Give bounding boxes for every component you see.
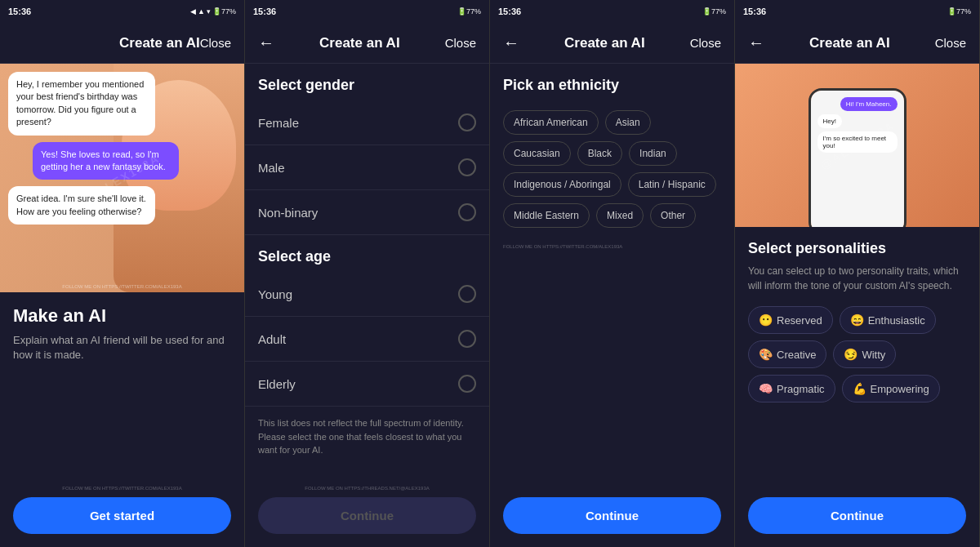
chip-creative[interactable]: 🎨 Creative [748, 340, 826, 368]
wifi-icon: ▾ [207, 7, 211, 16]
ethnicity-chips-container: African American Asian Caucasian Black I… [490, 100, 734, 238]
witty-label: Witty [862, 349, 885, 361]
reserved-label: Reserved [777, 314, 822, 327]
reserved-emoji: 😶 [759, 314, 773, 327]
nav-title-4: Create an AI [809, 35, 890, 51]
chip-asian[interactable]: Asian [605, 110, 651, 135]
notice-text: This list does not reflect the full spec… [245, 407, 489, 467]
chip-other[interactable]: Other [650, 203, 696, 228]
panel1-content: @ALEX193A Hey, I remember you mentioned … [0, 64, 244, 476]
chip-enthusiastic[interactable]: 😄 Enthusiastic [840, 306, 936, 334]
continue-button-3[interactable]: Continue [503, 497, 721, 534]
chip-black[interactable]: Black [577, 141, 622, 166]
chat-bubbles-container: Hey, I remember you mentioned your best … [8, 72, 179, 225]
footer-watermark-1: FOLLOW ME ON HTTPS://TWITTER.COM/ALEX193… [13, 486, 231, 491]
top-nav-4: ← Create an AI Close [735, 23, 979, 64]
panel4-content: @ALEX193A Hi! I'm Maheen. Hey! I'm so ex… [735, 64, 979, 487]
chip-pragmatic[interactable]: 🧠 Pragmatic [748, 375, 835, 402]
battery-icon-3: 🔋77% [702, 7, 726, 16]
status-icons-1: ◀ ▲ ▾ 🔋77% [190, 7, 236, 16]
signal-icon: ▲ [198, 7, 205, 16]
chip-empowering[interactable]: 💪 Empowering [842, 375, 940, 402]
chip-mixed[interactable]: Mixed [596, 203, 644, 228]
close-button-2[interactable]: Close [445, 36, 476, 50]
status-time-3: 15:36 [498, 7, 521, 16]
personalities-section-desc: You can select up to two personality tra… [735, 264, 979, 300]
gender-section-title: Select gender [245, 64, 489, 100]
back-button-2[interactable]: ← [258, 33, 274, 52]
chip-reserved[interactable]: 😶 Reserved [748, 306, 833, 334]
status-icons-3: 🔋77% [702, 7, 726, 16]
chip-indian[interactable]: Indian [629, 141, 677, 166]
top-nav-3: ← Create an AI Close [490, 23, 734, 64]
chip-caucasian[interactable]: Caucasian [503, 141, 571, 166]
panel2-footer: FOLLOW ME ON HTTPS://THREADS.NET/@ALEX19… [245, 476, 489, 547]
gender-male-label: Male [258, 161, 285, 175]
status-icons-4: 🔋77% [947, 7, 971, 16]
panel2-content: Select gender Female Male Non-binary Sel… [245, 64, 489, 476]
age-adult-radio[interactable] [458, 330, 476, 348]
preview-chat: Hi! I'm Maheen. Hey! I'm so excited to m… [811, 91, 904, 227]
panel-make-ai: 15:36 ◀ ▲ ▾ 🔋77% Create an AI Close @ALE… [0, 0, 245, 547]
empowering-label: Empowering [871, 383, 929, 395]
age-young-label: Young [258, 287, 292, 301]
personalities-section-title: Select personalities [735, 227, 979, 264]
battery-icon: 🔋77% [212, 7, 236, 16]
watermark-1: FOLLOW ME ON HTTPS://TWITTER.COM/ALEX193… [62, 284, 181, 289]
chip-middle-eastern[interactable]: Middle Eastern [503, 203, 590, 228]
status-bar-1: 15:36 ◀ ▲ ▾ 🔋77% [0, 0, 244, 23]
chip-indigenous[interactable]: Indigenous / Aboringal [503, 172, 621, 197]
age-option-young[interactable]: Young [245, 272, 489, 317]
gender-option-male[interactable]: Male [245, 145, 489, 190]
gender-male-radio[interactable] [458, 158, 476, 176]
panel4-footer: Continue [735, 487, 979, 547]
continue-button-4[interactable]: Continue [748, 497, 966, 534]
preview-bubble-left-1: Hey! [817, 114, 842, 128]
witty-emoji: 😏 [844, 348, 858, 361]
preview-phone-mock: Hi! I'm Maheen. Hey! I'm so excited to m… [808, 88, 906, 227]
chip-latin[interactable]: Latin / Hispanic [628, 172, 716, 197]
panel1-subtitle: Explain what an AI friend will be used f… [13, 333, 231, 362]
panel1-image: @ALEX193A Hey, I remember you mentioned … [0, 64, 244, 292]
age-adult-label: Adult [258, 332, 286, 346]
chip-witty[interactable]: 😏 Witty [833, 340, 896, 368]
nav-title-2: Create an AI [319, 35, 400, 51]
close-button-4[interactable]: Close [935, 36, 966, 50]
panel1-footer: FOLLOW ME ON HTTPS://TWITTER.COM/ALEX193… [0, 476, 244, 547]
creative-emoji: 🎨 [759, 348, 773, 361]
age-elderly-label: Elderly [258, 377, 296, 391]
empowering-emoji: 💪 [853, 382, 866, 395]
age-section-title: Select age [245, 235, 489, 272]
back-button-4[interactable]: ← [748, 33, 764, 52]
gender-option-nonbinary[interactable]: Non-binary [245, 190, 489, 235]
personality-chips-container: 😶 Reserved 😄 Enthusiastic 🎨 Creative 😏 W… [735, 300, 979, 409]
panel3-content: Pick an ethnicity African American Asian… [490, 64, 734, 487]
status-time-1: 15:36 [8, 7, 31, 16]
top-nav-1: Create an AI Close [0, 23, 244, 64]
close-button-3[interactable]: Close [690, 36, 721, 50]
panel1-title: Make an AI [13, 305, 231, 327]
age-elderly-radio[interactable] [458, 375, 476, 393]
age-young-radio[interactable] [458, 285, 476, 303]
back-button-3[interactable]: ← [503, 33, 519, 52]
status-icons-2: 🔋77% [457, 7, 481, 16]
gender-female-label: Female [258, 116, 299, 130]
age-option-adult[interactable]: Adult [245, 317, 489, 362]
chat-bubble-2: Yes! She loves to read, so I'm getting h… [33, 142, 179, 180]
status-bar-4: 15:36 🔋77% [735, 0, 979, 23]
nav-title-3: Create an AI [564, 35, 645, 51]
continue-button-2[interactable]: Continue [258, 497, 476, 534]
battery-icon-2: 🔋77% [457, 7, 481, 16]
enthusiastic-label: Enthusiastic [868, 314, 925, 327]
age-option-elderly[interactable]: Elderly [245, 362, 489, 407]
chip-african-american[interactable]: African American [503, 110, 599, 135]
gender-option-female[interactable]: Female [245, 100, 489, 145]
close-button-1[interactable]: Close [200, 36, 231, 50]
gender-nonbinary-label: Non-binary [258, 206, 318, 220]
gender-nonbinary-radio[interactable] [458, 203, 476, 221]
gender-female-radio[interactable] [458, 113, 476, 131]
chat-bubble-3: Great idea. I'm sure she'll love it. How… [8, 186, 155, 225]
get-started-button[interactable]: Get started [13, 497, 231, 534]
preview-bubble-right: Hi! I'm Maheen. [840, 97, 898, 111]
status-time-2: 15:36 [253, 7, 276, 16]
